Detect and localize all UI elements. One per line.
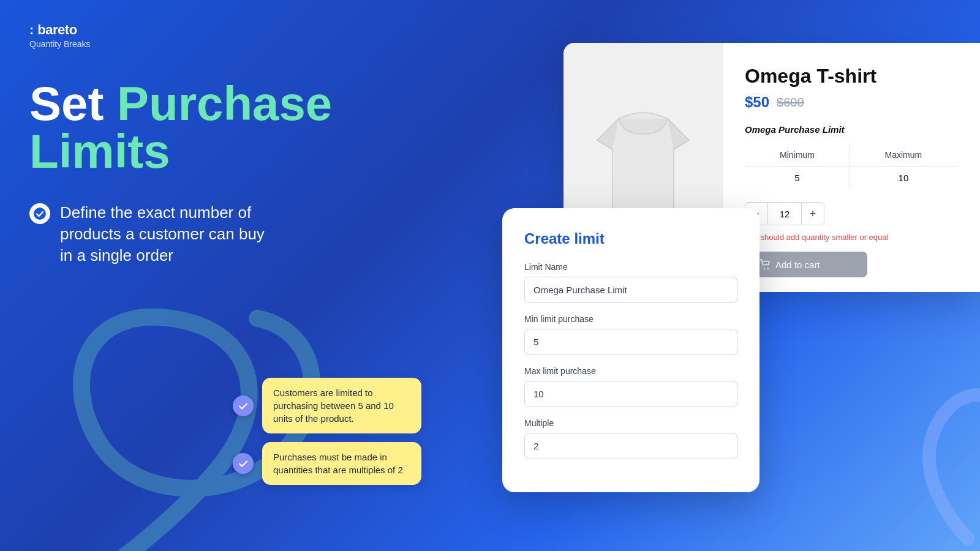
hero-section: Set Purchase Limits Define the exact num… [29, 80, 409, 266]
cart-icon [760, 259, 771, 270]
hero-check-item: Define the exact number ofproducts a cus… [29, 202, 409, 266]
svg-point-0 [34, 208, 46, 220]
limit-table: Minimum Maximum 5 10 [745, 143, 958, 190]
table-cell-maximum: 10 [849, 167, 957, 190]
logo-prefix: : [29, 22, 34, 38]
add-to-cart-label: Add to cart [775, 260, 820, 270]
tooltip-bubble-2: Purchases must be made in quantities tha… [262, 442, 421, 485]
form-group-min-limit: Min limit purchase [524, 314, 737, 355]
hero-title-plain: Set [29, 77, 104, 130]
logo-row: : bareto [29, 22, 91, 38]
tagline: Quantity Breaks [29, 39, 91, 49]
header: : bareto Quantity Breaks [29, 22, 91, 49]
form-group-multiple: Multiple [524, 418, 737, 459]
svg-point-1 [764, 268, 765, 269]
tooltip-check-icon-1 [233, 395, 254, 416]
tooltip-check-icon-2 [233, 453, 254, 474]
create-limit-form: Create limit Limit Name Min limit purcha… [502, 208, 760, 492]
qty-increment-button[interactable]: + [801, 202, 824, 225]
price-new: $50 [745, 94, 769, 111]
label-multiple: Multiple [524, 418, 737, 428]
qty-value: 12 [768, 202, 801, 225]
hero-title: Set Purchase Limits [29, 80, 409, 175]
tooltip-row-1: Customers are limited to purchasing betw… [233, 378, 421, 433]
svg-point-2 [767, 268, 769, 269]
table-header-minimum: Minimum [745, 144, 850, 167]
check-icon [29, 203, 50, 224]
tooltip-text-2: Purchases must be made in quantities tha… [273, 452, 403, 475]
input-min-limit[interactable] [524, 329, 737, 355]
table-header-maximum: Maximum [849, 144, 957, 167]
form-title: Create limit [524, 230, 737, 247]
price-row: $50 $600 [745, 94, 958, 111]
form-group-limit-name: Limit Name [524, 262, 737, 303]
qty-error-message: You should add quantity smaller or equal [745, 233, 958, 242]
input-multiple[interactable] [524, 433, 737, 459]
product-details: Omega T-shirt $50 $600 Omega Purchase Li… [723, 43, 980, 292]
tooltip-bubble-1: Customers are limited to purchasing betw… [262, 378, 421, 433]
input-limit-name[interactable] [524, 277, 737, 303]
tooltip-text-1: Customers are limited to purchasing betw… [273, 388, 394, 424]
tooltip-area: Customers are limited to purchasing betw… [233, 378, 421, 485]
limit-name-label: Omega Purchase Limit [745, 124, 958, 135]
product-name: Omega T-shirt [745, 65, 958, 88]
tooltip-row-2: Purchases must be made in quantities tha… [233, 442, 421, 485]
form-group-max-limit: Max limit purchase [524, 366, 737, 407]
add-to-cart-button[interactable]: Add to cart [745, 252, 867, 277]
right-panel: Omega T-shirt $50 $600 Omega Purchase Li… [502, 31, 980, 533]
label-limit-name: Limit Name [524, 262, 737, 272]
logo-text: bareto [37, 22, 77, 38]
label-min-limit: Min limit purchase [524, 314, 737, 324]
quantity-row: − 12 + [745, 202, 958, 225]
price-old: $600 [777, 96, 804, 110]
hero-description: Define the exact number ofproducts a cus… [60, 202, 265, 266]
label-max-limit: Max limit purchase [524, 366, 737, 376]
table-cell-minimum: 5 [745, 167, 850, 190]
input-max-limit[interactable] [524, 381, 737, 407]
